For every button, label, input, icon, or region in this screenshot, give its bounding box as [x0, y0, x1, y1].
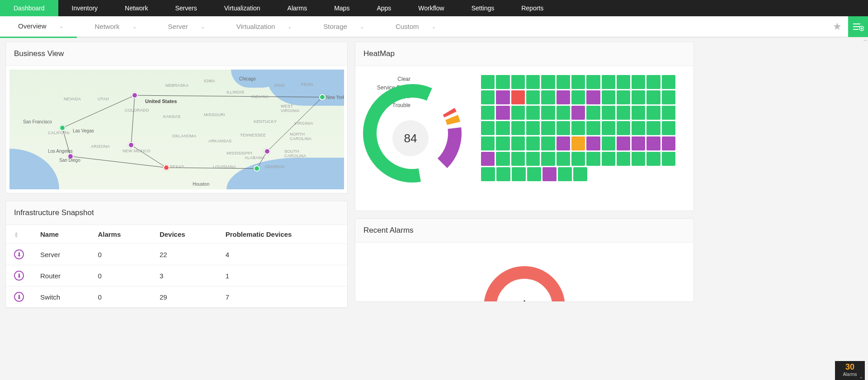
- primary-nav-inventory[interactable]: Inventory: [58, 0, 112, 16]
- heatmap-cell[interactable]: [617, 121, 630, 135]
- heatmap-cell[interactable]: [602, 136, 615, 150]
- heatmap-cell[interactable]: [481, 152, 495, 166]
- secondary-nav-storage[interactable]: Storage⌄: [305, 16, 377, 38]
- expand-row-icon[interactable]: ⬇: [14, 249, 24, 259]
- heatmap-cell[interactable]: [602, 90, 615, 104]
- favorite-star-icon[interactable]: ★: [833, 21, 842, 33]
- heatmap-cell[interactable]: [632, 75, 645, 89]
- primary-nav-workflow[interactable]: Workflow: [405, 0, 458, 16]
- heatmap-cell[interactable]: [541, 152, 555, 166]
- col-name[interactable]: Name: [32, 225, 90, 244]
- map-node[interactable]: [132, 92, 138, 99]
- map-node[interactable]: [264, 148, 270, 155]
- heatmap-cell[interactable]: [496, 152, 509, 166]
- heatmap-cell[interactable]: [541, 106, 555, 120]
- heatmap-cell[interactable]: [571, 90, 585, 104]
- heatmap-cell[interactable]: [496, 136, 509, 150]
- heatmap-cell[interactable]: [662, 75, 675, 89]
- heatmap-cell[interactable]: [481, 106, 495, 120]
- heatmap-cell[interactable]: [662, 106, 675, 120]
- heatmap-cell[interactable]: [662, 90, 675, 104]
- primary-nav-settings[interactable]: Settings: [458, 0, 508, 16]
- heatmap-cell[interactable]: [511, 136, 525, 150]
- map-node[interactable]: [128, 142, 134, 148]
- primary-nav-maps[interactable]: Maps: [321, 0, 363, 16]
- col-alarms[interactable]: Alarms: [90, 225, 151, 244]
- heatmap-cell[interactable]: [646, 75, 660, 89]
- heatmap-cell[interactable]: [617, 152, 630, 166]
- heatmap-cell[interactable]: [481, 90, 495, 104]
- heatmap-cell[interactable]: [541, 90, 555, 104]
- heatmap-cell[interactable]: [571, 136, 585, 150]
- heatmap-cell[interactable]: [632, 106, 645, 120]
- scroll-up-icon[interactable]: ︿: [863, 37, 868, 42]
- alarms-gauge[interactable]: [484, 266, 565, 301]
- heatmap-cell[interactable]: [646, 152, 660, 166]
- secondary-nav-custom[interactable]: Custom⌄: [377, 16, 449, 38]
- heatmap-cell[interactable]: [586, 121, 600, 135]
- heatmap-grid[interactable]: [481, 75, 675, 181]
- heatmap-cell[interactable]: [526, 75, 540, 89]
- heatmap-cell[interactable]: [571, 121, 585, 135]
- heatmap-cell[interactable]: [526, 106, 540, 120]
- sort-column[interactable]: ▲▼: [6, 225, 32, 244]
- map-node[interactable]: [254, 165, 260, 172]
- heatmap-donut[interactable]: ClearService DownCriticalTrouble: [359, 75, 463, 197]
- heatmap-cell[interactable]: [573, 167, 587, 181]
- add-widget-button[interactable]: [848, 16, 868, 37]
- heatmap-cell[interactable]: [571, 75, 585, 89]
- heatmap-cell[interactable]: [662, 121, 675, 135]
- heatmap-cell[interactable]: [602, 121, 615, 135]
- heatmap-cell[interactable]: [602, 106, 615, 120]
- heatmap-cell[interactable]: [496, 75, 509, 89]
- heatmap-cell[interactable]: [617, 90, 630, 104]
- secondary-nav-overview[interactable]: Overview⌄: [0, 16, 77, 38]
- heatmap-cell[interactable]: [511, 90, 525, 104]
- heatmap-cell[interactable]: [481, 167, 495, 181]
- heatmap-cell[interactable]: [511, 75, 525, 89]
- heatmap-cell[interactable]: [557, 75, 570, 89]
- heatmap-cell[interactable]: [557, 152, 570, 166]
- map-node[interactable]: [59, 125, 66, 131]
- secondary-nav-network[interactable]: Network⌄: [77, 16, 150, 38]
- heatmap-cell[interactable]: [586, 152, 600, 166]
- col-devices[interactable]: Devices: [151, 225, 217, 244]
- expand-row-icon[interactable]: ⬇: [14, 271, 24, 281]
- table-row[interactable]: ⬇Switch0297: [6, 286, 347, 308]
- heatmap-cell[interactable]: [632, 90, 645, 104]
- heatmap-cell[interactable]: [511, 106, 525, 120]
- heatmap-cell[interactable]: [526, 90, 540, 104]
- heatmap-cell[interactable]: [526, 121, 540, 135]
- heatmap-cell[interactable]: [557, 136, 570, 150]
- heatmap-cell[interactable]: [557, 121, 570, 135]
- heatmap-cell[interactable]: [662, 136, 675, 150]
- heatmap-cell[interactable]: [557, 90, 570, 104]
- business-view-map[interactable]: United StatesNEVADAUTAHCOLORADOKANSASARI…: [9, 70, 344, 189]
- heatmap-cell[interactable]: [617, 106, 630, 120]
- heatmap-cell[interactable]: [481, 136, 495, 150]
- heatmap-cell[interactable]: [632, 136, 645, 150]
- heatmap-cell[interactable]: [512, 167, 526, 181]
- heatmap-cell[interactable]: [646, 121, 660, 135]
- heatmap-cell[interactable]: [527, 167, 541, 181]
- heatmap-cell[interactable]: [586, 106, 600, 120]
- heatmap-cell[interactable]: [558, 167, 572, 181]
- primary-nav-dashboard[interactable]: Dashboard: [0, 0, 58, 16]
- heatmap-cell[interactable]: [571, 106, 585, 120]
- alarms-badge[interactable]: 30 Alarms ⌄: [835, 361, 865, 380]
- heatmap-cell[interactable]: [617, 136, 630, 150]
- table-row[interactable]: ⬇Server0224: [6, 244, 347, 265]
- heatmap-cell[interactable]: [481, 121, 495, 135]
- heatmap-cell[interactable]: [496, 106, 509, 120]
- primary-nav-alarms[interactable]: Alarms: [274, 0, 321, 16]
- primary-nav-servers[interactable]: Servers: [161, 0, 210, 16]
- map-node[interactable]: [163, 164, 170, 171]
- heatmap-cell[interactable]: [496, 90, 509, 104]
- map-node[interactable]: [319, 94, 326, 100]
- heatmap-cell[interactable]: [662, 152, 675, 166]
- expand-row-icon[interactable]: ⬇: [14, 292, 24, 302]
- heatmap-cell[interactable]: [541, 136, 555, 150]
- heatmap-cell[interactable]: [571, 152, 585, 166]
- heatmap-cell[interactable]: [526, 152, 540, 166]
- heatmap-cell[interactable]: [511, 121, 525, 135]
